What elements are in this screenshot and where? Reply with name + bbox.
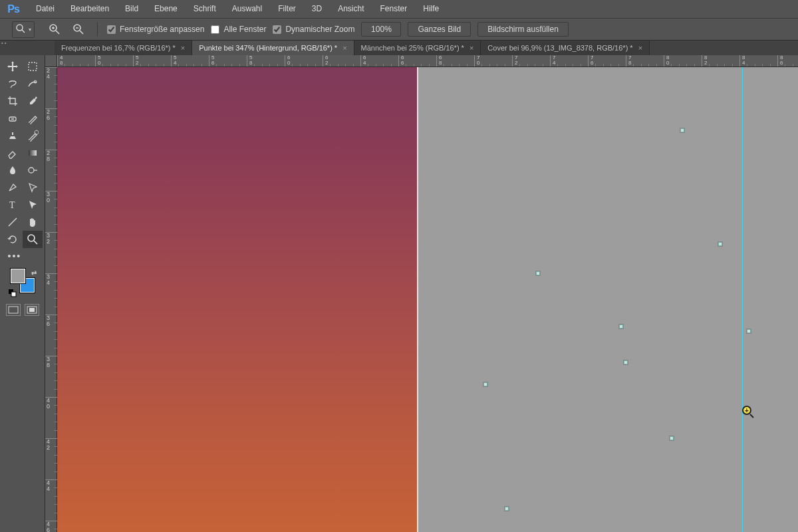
clone-stamp-tool[interactable] (3, 127, 23, 144)
zoom-percent-field[interactable]: 100% (361, 22, 401, 37)
menu-image[interactable]: Bild (117, 0, 146, 18)
svg-rect-14 (29, 150, 37, 156)
lasso-tool[interactable] (3, 75, 23, 92)
menu-3d[interactable]: 3D (304, 0, 330, 18)
menu-select[interactable]: Auswahl (224, 0, 270, 18)
tab-label: Punkte bei 347% (Hintergrund, RGB/16*) * (199, 44, 337, 52)
type-tool[interactable]: T (3, 196, 23, 213)
scrubby-zoom-checkbox[interactable]: Dynamischer Zoom (273, 25, 354, 34)
canvas-point (619, 325, 623, 329)
tab-label: Männchen bei 25% (RGB/16*) * (361, 44, 464, 52)
ruler-origin[interactable] (45, 55, 57, 67)
canvas-point (718, 242, 722, 246)
svg-line-1 (22, 30, 25, 33)
menu-view[interactable]: Ansicht (330, 0, 372, 18)
svg-point-0 (17, 25, 23, 31)
standard-mode-button[interactable] (6, 304, 21, 316)
menu-type[interactable]: Schrift (186, 0, 224, 18)
marquee-tool[interactable] (23, 58, 43, 75)
edit-toolbar-button[interactable]: ••• (3, 249, 43, 263)
pen-tool[interactable] (3, 179, 23, 196)
document-tab[interactable]: Frequenzen bei 16,7% (RGB/16*) *× (55, 41, 192, 55)
quick-select-tool[interactable] (23, 75, 43, 92)
menu-file[interactable]: Datei (28, 0, 63, 18)
gradient-tool[interactable] (23, 144, 43, 162)
close-icon[interactable]: × (342, 44, 346, 52)
document-viewport[interactable]: 4850525456586062646668707274767880828486… (45, 55, 798, 532)
menu-window[interactable]: Fenster (372, 0, 416, 18)
canvas-point (505, 507, 509, 511)
rotate-view-tool[interactable] (3, 231, 23, 248)
options-bar: ▾ Fenstergröße anpassen Alle Fenster Dyn… (0, 18, 798, 41)
svg-rect-25 (29, 308, 35, 312)
zoom-icon (15, 23, 26, 36)
svg-line-7 (80, 31, 83, 34)
zoom-tool[interactable] (23, 231, 43, 248)
svg-line-18 (9, 218, 17, 226)
foreground-color-swatch[interactable] (10, 268, 26, 284)
svg-rect-23 (9, 307, 18, 313)
document-canvas-right (417, 67, 798, 532)
eyedropper-tool[interactable] (23, 92, 43, 110)
chevron-down-icon: ▾ (29, 27, 31, 33)
svg-point-19 (28, 235, 35, 241)
canvas-point (680, 128, 684, 132)
history-brush-tool[interactable] (23, 127, 43, 144)
svg-line-20 (34, 241, 37, 244)
close-icon[interactable]: × (181, 44, 185, 52)
direct-select-tool[interactable] (23, 179, 43, 196)
svg-point-15 (29, 168, 34, 173)
menu-help[interactable]: Hilfe (415, 0, 447, 18)
fill-screen-button[interactable]: Bildschirm ausfüllen (477, 22, 569, 37)
document-tab[interactable]: Punkte bei 347% (Hintergrund, RGB/16*) *… (192, 41, 354, 55)
path-select-tool[interactable] (23, 196, 43, 213)
default-colors-icon[interactable] (9, 289, 17, 297)
tool-preset-picker[interactable]: ▾ (12, 21, 35, 38)
close-icon[interactable]: × (469, 44, 473, 52)
resize-window-checkbox[interactable]: Fenstergröße anpassen (107, 25, 204, 34)
hand-tool[interactable] (23, 213, 43, 231)
canvas-divider (417, 67, 418, 532)
document-tab-strip: •• Frequenzen bei 16,7% (RGB/16*) *×Punk… (0, 41, 798, 55)
canvas-point (624, 360, 628, 364)
swap-colors-icon[interactable]: ⇄ (31, 269, 37, 277)
workspace: T ••• ⇄ 48505254565860626466687072747678… (0, 55, 798, 532)
app-logo: Ps (5, 1, 21, 17)
toolbox: T ••• ⇄ (0, 55, 45, 532)
canvas-area[interactable]: + (57, 67, 798, 532)
svg-line-3 (56, 31, 59, 34)
vertical-ruler[interactable]: 242628303234363840424446 (45, 67, 57, 532)
horizontal-ruler[interactable]: 4850525456586062646668707274767880828486 (57, 55, 798, 67)
tab-label: Frequenzen bei 16,7% (RGB/16*) * (61, 44, 176, 52)
move-tool[interactable] (3, 58, 23, 75)
vertical-guide[interactable] (742, 67, 743, 532)
close-icon[interactable]: × (638, 44, 642, 52)
color-swatches[interactable]: ⇄ (6, 268, 39, 297)
canvas-point (483, 382, 487, 386)
screen-mode-button[interactable] (25, 304, 39, 316)
document-tab[interactable]: Cover bei 96,9% (13_IMG_8378, RGB/16*) *… (481, 41, 650, 55)
svg-rect-22 (11, 292, 16, 297)
svg-rect-9 (29, 63, 37, 70)
line-tool[interactable] (3, 213, 23, 231)
canvas-point (670, 436, 674, 440)
menu-layer[interactable]: Ebene (146, 0, 186, 18)
healing-brush-tool[interactable] (3, 110, 23, 127)
crop-tool[interactable] (3, 92, 23, 110)
blur-tool[interactable] (3, 162, 23, 179)
eraser-tool[interactable] (3, 144, 23, 162)
canvas-point (536, 271, 540, 275)
menu-bar: Ps Datei Bearbeiten Bild Ebene Schrift A… (0, 0, 798, 18)
divider (97, 22, 98, 37)
document-canvas-left (57, 67, 417, 532)
zoom-out-button[interactable] (69, 22, 88, 37)
menu-edit[interactable]: Bearbeiten (63, 0, 117, 18)
all-windows-checkbox[interactable]: Alle Fenster (211, 25, 266, 34)
dodge-tool[interactable] (23, 162, 43, 179)
brush-tool[interactable] (23, 110, 43, 127)
document-tab[interactable]: Männchen bei 25% (RGB/16*) *× (354, 41, 481, 55)
panel-grip-icon[interactable]: •• (1, 42, 8, 51)
zoom-in-button[interactable] (45, 22, 64, 37)
fit-screen-button[interactable]: Ganzes Bild (408, 22, 471, 37)
menu-filter[interactable]: Filter (270, 0, 304, 18)
